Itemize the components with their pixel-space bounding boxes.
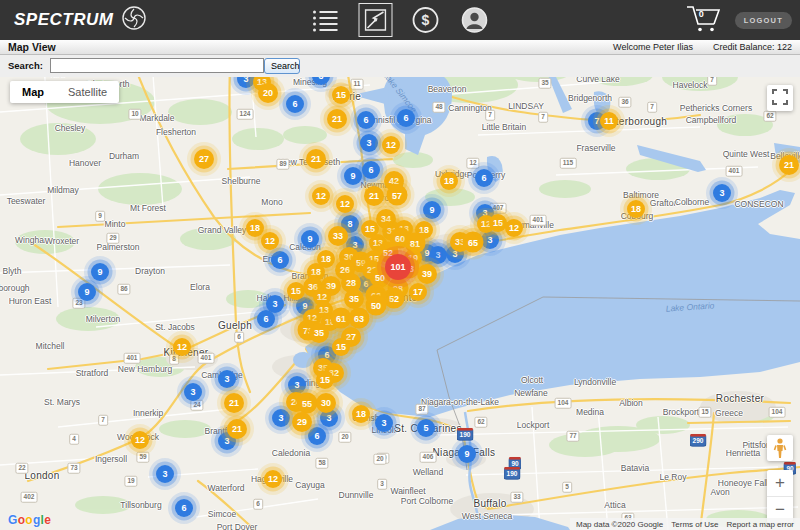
logout-button[interactable]: LOGOUT [735,12,792,29]
map-attribution: Map data ©2020 Google Terms of Use Repor… [570,518,800,530]
cluster-marker[interactable]: 18 [627,200,645,218]
cluster-marker[interactable]: 65 [463,232,484,253]
brand-name: SPECTRUM [14,10,113,30]
cart-count: 0 [699,9,704,19]
subheader: Map View Welcome Peter Ilias Credit Bala… [0,40,800,55]
header-right: 0 LOGOUT [683,0,792,40]
cluster-marker[interactable]: 15 [316,371,334,389]
cluster-marker[interactable]: 39 [417,264,437,284]
terms-link[interactable]: Terms of Use [671,520,718,529]
cluster-marker[interactable]: 55 [297,393,318,414]
cluster-marker[interactable]: 52 [384,288,405,309]
cluster-marker[interactable]: 15 [332,338,350,356]
cluster-marker[interactable]: 3 [713,184,731,202]
cluster-marker[interactable]: 20 [258,83,278,103]
cluster-marker[interactable]: 12 [173,338,191,356]
cluster-marker[interactable]: 35 [344,289,364,309]
cluster-marker[interactable]: 12 [382,136,400,154]
cluster-marker[interactable]: 9 [344,167,362,185]
map-data-text: Map data ©2020 Google [576,520,663,529]
cart-icon[interactable]: 0 [683,2,723,38]
zoom-control: + − [767,470,793,523]
cluster-marker[interactable]: 57 [387,185,408,206]
billing-icon[interactable]: $ [410,4,442,36]
cluster-marker[interactable]: 6 [308,427,326,445]
list-icon[interactable] [310,4,342,36]
cluster-marker[interactable]: 27 [194,149,214,169]
cluster-marker[interactable]: 3 [156,465,174,483]
report-error-link[interactable]: Report a map error [726,520,794,529]
map-view-app: SPECTRUM [0,0,800,530]
cluster-marker[interactable]: 18 [246,219,264,237]
cluster-marker[interactable]: 9 [78,283,96,301]
cluster-marker[interactable]: 30 [316,393,336,413]
cluster-marker[interactable]: 6 [475,169,493,187]
cluster-marker[interactable]: 35 [309,323,329,343]
credit-balance: Credit Balance: 122 [713,42,792,52]
account-icon[interactable] [459,4,491,36]
cluster-marker[interactable]: 12 [264,470,282,488]
lake-simcoe [383,77,452,136]
cluster-marker[interactable]: 6 [286,95,304,113]
cluster-marker[interactable]: 3 [375,414,393,432]
cluster-marker[interactable]: 12 [505,219,523,237]
cluster-marker[interactable]: 12 [261,232,279,250]
pegman-icon[interactable] [767,435,793,461]
cluster-marker[interactable]: 3 [481,231,499,249]
cluster-marker[interactable]: 9 [301,230,319,248]
zoom-in-button[interactable]: + [767,470,793,497]
map-type-satellite[interactable]: Satellite [56,81,119,103]
hamilton-harbour [293,352,313,368]
top-header: SPECTRUM [0,0,800,40]
cluster-marker[interactable]: 15 [332,86,350,104]
cluster-marker[interactable]: 21 [306,149,326,169]
map-type-map[interactable]: Map [10,81,56,103]
cluster-marker[interactable]: 29 [292,412,312,432]
search-input[interactable] [50,58,264,73]
brand-logo[interactable]: SPECTRUM [14,5,147,35]
svg-text:$: $ [422,12,430,28]
cluster-marker[interactable]: 12 [336,195,354,213]
cluster-marker[interactable]: 12 [312,187,330,205]
cluster-marker[interactable]: 6 [271,251,289,269]
search-button[interactable]: Search [264,58,300,74]
cluster-marker[interactable]: 12 [131,431,149,449]
cluster-marker[interactable]: 9 [91,263,109,281]
cluster-marker[interactable]: 9 [458,445,476,463]
cluster-marker[interactable]: 3 [272,409,290,427]
cluster-marker[interactable]: 6 [175,499,193,517]
cluster-marker[interactable]: 17 [409,283,427,301]
cluster-marker[interactable]: 5 [417,419,435,437]
map-type-control: Map Satellite [10,81,119,103]
cluster-marker[interactable]: 11 [600,112,618,130]
cluster-marker[interactable]: 3 [218,370,236,388]
cluster-marker[interactable]: 21 [327,109,347,129]
lake-erie [430,514,570,530]
cluster-marker[interactable]: 6 [257,310,275,328]
cluster-marker[interactable]: 18 [352,405,370,423]
search-label: Search: [8,60,43,71]
cluster-marker[interactable]: 50 [366,295,387,316]
header-nav: $ [310,3,491,37]
cluster-marker[interactable]: 21 [779,155,799,175]
cluster-marker[interactable]: 33 [328,226,348,246]
search-bar: Search: Search [0,55,800,77]
cluster-marker[interactable]: 3 [184,383,202,401]
cluster-marker[interactable]: 6 [362,161,380,179]
cluster-marker[interactable]: 18 [440,172,458,190]
map-viewport[interactable]: TaraChatsworthChesleyMarkdaleFleshertonH… [0,77,800,530]
cluster-marker[interactable]: 3 [360,134,378,152]
welcome-text: Welcome Peter Ilias [613,42,693,52]
spectrum-swirl-icon [121,5,147,35]
cluster-marker[interactable]: 21 [364,186,384,206]
map-view-icon[interactable] [359,3,393,37]
cluster-marker[interactable]: 6 [397,109,415,127]
page-title: Map View [8,41,56,53]
cluster-marker[interactable]: 6 [357,111,375,129]
cluster-marker[interactable]: 101 [385,254,411,280]
fullscreen-icon[interactable] [767,85,793,111]
cluster-marker[interactable]: 63 [349,308,370,329]
cluster-marker[interactable]: 21 [224,393,244,413]
cluster-marker[interactable]: 9 [423,201,441,219]
cluster-marker[interactable]: 21 [227,419,247,439]
